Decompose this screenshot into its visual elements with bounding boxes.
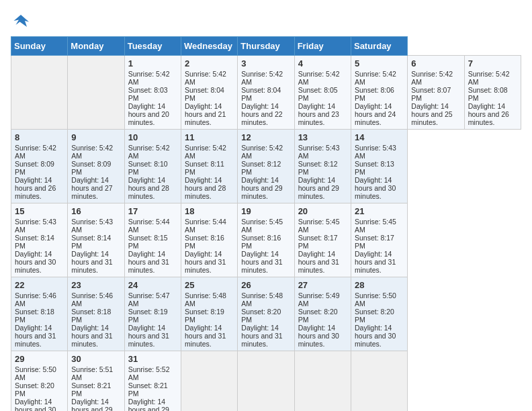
calendar-cell: 12Sunrise: 5:42 AMSunset: 8:12 PMDayligh…: [238, 130, 294, 203]
day-number: 19: [241, 206, 290, 216]
daylight-text: Daylight: 14 hours and 31 minutes.: [71, 250, 120, 274]
calendar-cell: 9Sunrise: 5:42 AMSunset: 8:09 PMDaylight…: [68, 130, 124, 203]
calendar-cell: 18Sunrise: 5:44 AMSunset: 8:16 PMDayligh…: [181, 203, 237, 277]
sunset-text: Sunset: 8:03 PM: [128, 86, 177, 102]
day-number: 12: [241, 132, 290, 142]
daylight-text: Daylight: 14 hours and 31 minutes.: [15, 324, 64, 348]
calendar-cell: 21Sunrise: 5:45 AMSunset: 8:17 PMDayligh…: [351, 203, 407, 277]
daylight-text: Daylight: 14 hours and 29 minutes.: [128, 398, 177, 411]
calendar-cell: [351, 351, 407, 412]
calendar-cell: 31Sunrise: 5:52 AMSunset: 8:21 PMDayligh…: [124, 351, 181, 412]
sunset-text: Sunset: 8:14 PM: [71, 234, 120, 250]
sunset-text: Sunset: 8:21 PM: [71, 381, 120, 398]
sunrise-text: Sunrise: 5:44 AM: [185, 218, 234, 234]
calendar-cell: 22Sunrise: 5:46 AMSunset: 8:18 PMDayligh…: [11, 277, 68, 351]
day-number: 9: [71, 132, 120, 142]
calendar-cell: 23Sunrise: 5:46 AMSunset: 8:18 PMDayligh…: [68, 277, 124, 351]
daylight-text: Daylight: 14 hours and 24 minutes.: [355, 102, 404, 126]
sunrise-text: Sunrise: 5:52 AM: [128, 365, 177, 381]
calendar-cell: 4Sunrise: 5:42 AMSunset: 8:05 PMDaylight…: [294, 56, 351, 130]
calendar-cell: 7Sunrise: 5:42 AMSunset: 8:08 PMDaylight…: [464, 56, 521, 130]
sunset-text: Sunset: 8:15 PM: [128, 234, 177, 250]
weekday-header-row: SundayMondayTuesdayWednesdayThursdayFrid…: [11, 37, 521, 56]
weekday-header-friday: Friday: [294, 37, 351, 56]
calendar-cell: 17Sunrise: 5:44 AMSunset: 8:15 PMDayligh…: [124, 203, 181, 277]
daylight-text: Daylight: 14 hours and 21 minutes.: [185, 102, 234, 126]
day-number: 24: [128, 280, 177, 290]
page-header: [11, 11, 521, 31]
daylight-text: Daylight: 14 hours and 31 minutes.: [241, 250, 290, 274]
daylight-text: Daylight: 14 hours and 20 minutes.: [128, 102, 177, 126]
daylight-text: Daylight: 14 hours and 27 minutes.: [71, 176, 120, 200]
calendar-cell: 6Sunrise: 5:42 AMSunset: 8:07 PMDaylight…: [408, 56, 464, 130]
sunset-text: Sunset: 8:08 PM: [468, 86, 517, 102]
calendar-cell: [68, 56, 124, 130]
calendar-cell: 24Sunrise: 5:47 AMSunset: 8:19 PMDayligh…: [124, 277, 181, 351]
sunset-text: Sunset: 8:16 PM: [185, 234, 234, 250]
day-number: 30: [71, 354, 120, 364]
sunrise-text: Sunrise: 5:43 AM: [355, 144, 404, 160]
calendar-cell: 26Sunrise: 5:48 AMSunset: 8:20 PMDayligh…: [238, 277, 294, 351]
day-number: 13: [298, 132, 347, 142]
day-number: 29: [15, 354, 64, 364]
daylight-text: Daylight: 14 hours and 23 minutes.: [298, 102, 347, 126]
calendar-cell: 13Sunrise: 5:43 AMSunset: 8:12 PMDayligh…: [294, 130, 351, 203]
weekday-header-thursday: Thursday: [238, 37, 294, 56]
sunrise-text: Sunrise: 5:48 AM: [241, 291, 290, 308]
calendar-week-5: 29Sunrise: 5:50 AMSunset: 8:20 PMDayligh…: [11, 351, 521, 412]
day-number: 28: [355, 280, 404, 290]
calendar-week-1: 1Sunrise: 5:42 AMSunset: 8:03 PMDaylight…: [11, 56, 521, 130]
calendar-table: SundayMondayTuesdayWednesdayThursdayFrid…: [11, 36, 521, 411]
day-number: 5: [355, 58, 404, 68]
daylight-text: Daylight: 14 hours and 25 minutes.: [411, 102, 460, 126]
daylight-text: Daylight: 14 hours and 26 minutes.: [468, 102, 517, 126]
sunrise-text: Sunrise: 5:51 AM: [71, 365, 120, 381]
daylight-text: Daylight: 14 hours and 30 minutes.: [15, 398, 64, 411]
sunrise-text: Sunrise: 5:42 AM: [185, 144, 234, 160]
calendar-cell: [238, 351, 294, 412]
sunrise-text: Sunrise: 5:42 AM: [411, 70, 460, 86]
daylight-text: Daylight: 14 hours and 29 minutes.: [71, 398, 120, 411]
daylight-text: Daylight: 14 hours and 30 minutes.: [355, 324, 404, 348]
sunset-text: Sunset: 8:20 PM: [355, 308, 404, 324]
weekday-header-saturday: Saturday: [351, 37, 407, 56]
sunset-text: Sunset: 8:13 PM: [355, 160, 404, 176]
sunrise-text: Sunrise: 5:46 AM: [15, 291, 64, 308]
sunset-text: Sunset: 8:19 PM: [128, 308, 177, 324]
calendar-week-4: 22Sunrise: 5:46 AMSunset: 8:18 PMDayligh…: [11, 277, 521, 351]
calendar-cell: [294, 351, 351, 412]
day-number: 25: [185, 280, 234, 290]
daylight-text: Daylight: 14 hours and 31 minutes.: [128, 324, 177, 348]
calendar-cell: 15Sunrise: 5:43 AMSunset: 8:14 PMDayligh…: [11, 203, 68, 277]
calendar-cell: 8Sunrise: 5:42 AMSunset: 8:09 PMDaylight…: [11, 130, 68, 203]
sunset-text: Sunset: 8:17 PM: [298, 234, 347, 250]
day-number: 11: [185, 132, 234, 142]
calendar-cell: 16Sunrise: 5:43 AMSunset: 8:14 PMDayligh…: [68, 203, 124, 277]
calendar-cell: 11Sunrise: 5:42 AMSunset: 8:11 PMDayligh…: [181, 130, 237, 203]
sunrise-text: Sunrise: 5:50 AM: [355, 291, 404, 308]
calendar-cell: 10Sunrise: 5:42 AMSunset: 8:10 PMDayligh…: [124, 130, 181, 203]
daylight-text: Daylight: 14 hours and 29 minutes.: [241, 176, 290, 200]
sunrise-text: Sunrise: 5:42 AM: [15, 144, 64, 160]
daylight-text: Daylight: 14 hours and 30 minutes.: [15, 250, 64, 274]
day-number: 18: [185, 206, 234, 216]
day-number: 6: [411, 58, 460, 68]
calendar-cell: 3Sunrise: 5:42 AMSunset: 8:04 PMDaylight…: [238, 56, 294, 130]
svg-marker-0: [14, 15, 30, 27]
calendar-cell: 5Sunrise: 5:42 AMSunset: 8:06 PMDaylight…: [351, 56, 407, 130]
sunrise-text: Sunrise: 5:42 AM: [241, 70, 290, 86]
calendar-cell: [11, 56, 68, 130]
day-number: 20: [298, 206, 347, 216]
sunrise-text: Sunrise: 5:42 AM: [71, 144, 120, 160]
daylight-text: Daylight: 14 hours and 31 minutes.: [241, 324, 290, 348]
calendar-cell: 30Sunrise: 5:51 AMSunset: 8:21 PMDayligh…: [68, 351, 124, 412]
sunrise-text: Sunrise: 5:50 AM: [15, 365, 64, 381]
sunrise-text: Sunrise: 5:42 AM: [355, 70, 404, 86]
sunset-text: Sunset: 8:19 PM: [185, 308, 234, 324]
sunset-text: Sunset: 8:09 PM: [15, 160, 64, 176]
calendar-cell: 28Sunrise: 5:50 AMSunset: 8:20 PMDayligh…: [351, 277, 407, 351]
day-number: 23: [71, 280, 120, 290]
daylight-text: Daylight: 14 hours and 30 minutes.: [355, 176, 404, 200]
daylight-text: Daylight: 14 hours and 30 minutes.: [298, 324, 347, 348]
day-number: 15: [15, 206, 64, 216]
